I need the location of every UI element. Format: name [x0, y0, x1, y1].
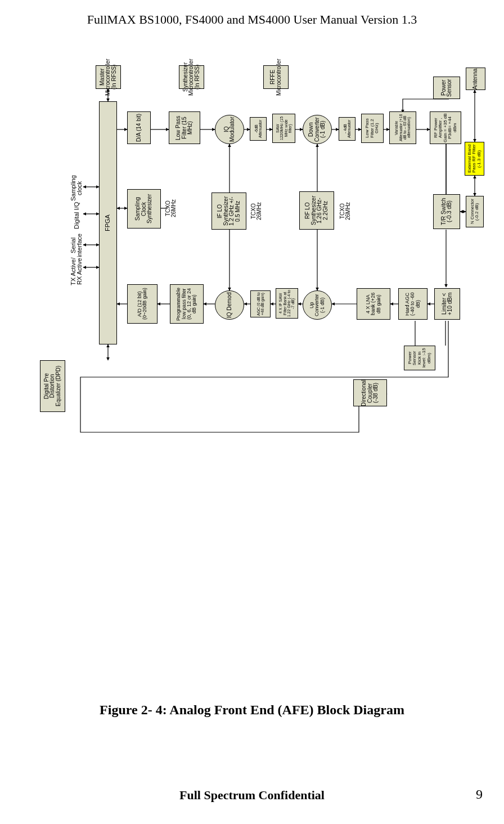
block-lpf-15mhz: Low Pass Filter (15 MHz)	[169, 111, 200, 144]
block-atten-4db: - 4dB Attenuator	[339, 117, 356, 141]
block-synth-microcontroller: Synthesizer Microcontroller (In RFSS)	[179, 65, 204, 89]
block-lpf-1p2ghz: Low Pass Filter (1.2 GHz)	[361, 114, 384, 143]
label-sampling-clock: Sampling clock	[70, 173, 83, 203]
block-atten-6db: -6dB Attenuator	[250, 117, 267, 141]
block-sampling-clock-synth: Sampling Clock Synthesizer	[127, 189, 161, 229]
block-fpga: FPGA	[99, 101, 117, 344]
page-header: FullMAX BS1000, FS4000 and MS4000 User M…	[0, 12, 504, 27]
block-lna-bank: 4 X LNA bank (+26 dB gain)	[357, 288, 390, 320]
block-if-saw-bank: 4 X IF SAW Filter Bank at 1.22 GHz (-4 t…	[276, 288, 298, 319]
block-dpd: Digital Pre Distortion Equalizer (DPD)	[40, 360, 65, 412]
label-txrx-active: TX Active/ RX Active	[70, 256, 83, 287]
block-limiter: Limiter < +10 dBm	[434, 288, 460, 320]
page-footer: Full Spectrum Confidential	[0, 788, 504, 803]
label-tcxo-3: TCXO 26MHz	[338, 197, 353, 225]
block-power-sensor: Power Sensor	[433, 77, 460, 99]
block-antenna: Antenna	[466, 68, 485, 90]
block-iq-demod: IQ Demod	[215, 290, 244, 320]
block-directional-coupler: Directional Coupler (-38 dB)	[353, 379, 387, 406]
block-rffe-microcontroller: RFFE Microcontroller	[263, 65, 289, 89]
block-tr-switch: T/R Switch (-0.3 dB)	[433, 194, 460, 229]
block-ad: A/D (12 bit) (0~20dB gain)	[127, 284, 158, 324]
block-power-sensor-rx: Power Sensor Kick in level: :-15 dBm)	[404, 346, 435, 370]
block-variable-attenuator: Variable Attenuator (+16 dB to – 63 dB a…	[389, 111, 416, 144]
label-tcxo-1: TCXO 26MHz	[163, 194, 179, 222]
page-number: 9	[476, 787, 483, 802]
block-if-lo-synth: IF LO Synthesizer 1.2 GHz +/- 0.5 MHz	[212, 192, 246, 230]
block-rf-power-amplifier: RF Power Amplifier , Gain = +35 dB P3dB=…	[430, 111, 461, 144]
block-up-converter: Up Converter (-1 dB)	[303, 290, 332, 320]
block-iq-modulator: IQ Modulator	[215, 115, 244, 144]
figure-caption: Figure 2- 4: Analog Front End (AFE) Bloc…	[0, 702, 504, 718]
label-digital-iq: Digital I/Q	[70, 200, 83, 231]
block-prog-lpf: Programmable low pass filter (0, 6, 12 o…	[170, 284, 204, 324]
block-agc: AGC (0 dB to +48 dB gain)	[250, 290, 271, 317]
block-da: D/A (14 bit)	[127, 111, 151, 144]
block-hard-agc: Hard AGC (-40 to -60 dB)	[398, 288, 428, 320]
afe-block-diagram: Sampling clock Digital I/Q Serial interf…	[78, 45, 483, 692]
block-rf-lo-synth: RF LO Synthesizer 1.26 GHz- 2.2GHz	[299, 191, 334, 230]
label-tcxo-2: TCXO 26MHz	[249, 197, 264, 225]
block-down-converter: Down Converter (-1 dB)	[303, 115, 332, 144]
block-external-bpf: External Band Pass RF Filter (-1.3 dB)	[465, 142, 484, 176]
block-master-microcontroller: Master Microcontroller (In RFSS)	[96, 65, 121, 89]
block-n-connector: N Connector (-0.2 dB)	[466, 196, 484, 227]
block-saw-1220mhz: SAW 1220MHz (15 MHz wide filter)	[272, 114, 295, 143]
